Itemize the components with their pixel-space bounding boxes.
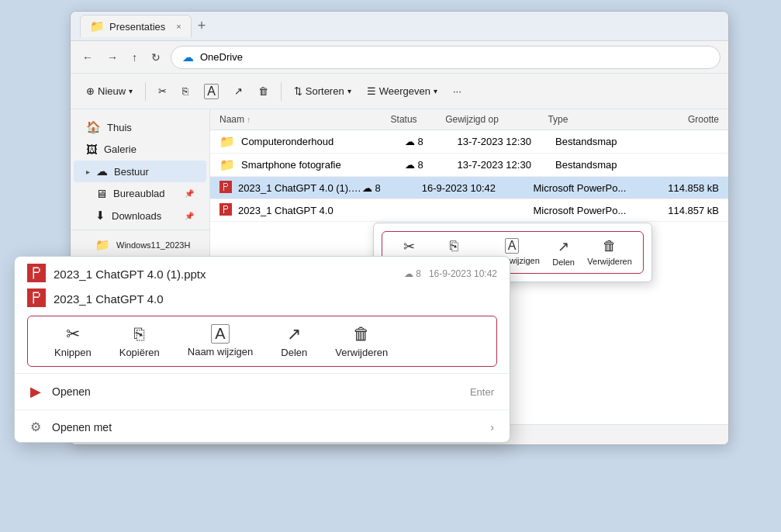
view-button[interactable]: ☰ Weergeven ▾	[361, 81, 444, 101]
new-icon: ⊕	[86, 85, 95, 97]
cloud-icon-sidebar: ☁	[96, 164, 108, 178]
ctx-lg-cut[interactable]: ✂ Knippen	[40, 320, 105, 363]
ctx-large-file-row-1: 🅿 2023_1 ChatGPT 4.0 (1).pptx ☁ 8 16-9-2…	[27, 263, 497, 285]
ctx-lg-delete-icon: 🗑	[353, 324, 370, 344]
ctx-large-toolbar: ✂ Knippen ⎘ Kopiëren A Naam wijzigen ↗ D…	[27, 316, 497, 367]
ctx-lg-share[interactable]: ↗ Delen	[267, 320, 321, 363]
ctx-open-row[interactable]: ▶ Openen Enter	[15, 375, 510, 408]
copy-button[interactable]: ⎘	[176, 81, 195, 101]
ctx-large-files: 🅿 2023_1 ChatGPT 4.0 (1).pptx ☁ 8 16-9-2…	[15, 257, 510, 313]
ctx-share-label: Delen	[552, 257, 575, 267]
sidebar-item-bureaublad[interactable]: 🖥 Bureaublad 📌	[74, 183, 206, 204]
file-type-3: Microsoft PowerPo...	[533, 182, 644, 194]
ctx-rename-icon: A	[505, 238, 520, 254]
ctx-divider-2	[15, 409, 510, 410]
more-button[interactable]: ···	[447, 81, 468, 101]
share-button[interactable]: ↗	[228, 81, 249, 101]
col-size-label: Grootte	[688, 114, 719, 125]
ctx-lg-rename-label: Naam wijzigen	[188, 346, 254, 358]
pin-icon-bureaublad: 📌	[185, 189, 194, 198]
sort-icon: ⇅	[294, 85, 302, 97]
download-icon: ⬇	[95, 209, 105, 223]
ctx-open-with-icon: ⚙	[30, 420, 41, 434]
ctx-large-filename-1: 2023_1 ChatGPT 4.0 (1).pptx	[54, 268, 206, 281]
ctx-large-filename-2: 2023_1 ChatGPT 4.0	[54, 292, 164, 306]
delete-button[interactable]: 🗑	[252, 81, 275, 101]
ctx-lg-copy[interactable]: ⎘ Kopiëren	[105, 320, 174, 363]
back-button[interactable]: ←	[78, 48, 97, 67]
ctx-lg-rename[interactable]: A Naam wijzigen	[174, 320, 268, 363]
file-list-header: Naam ↑ Status Gewijzigd op Type Grootte	[210, 109, 728, 130]
col-status-header[interactable]: Status	[391, 114, 446, 125]
home-icon: 🏠	[86, 120, 101, 134]
ctx-open-shortcut: Enter	[470, 386, 494, 398]
tab-close-button[interactable]: ×	[176, 22, 181, 31]
desktop-icon: 🖥	[95, 187, 107, 200]
sort-dropdown-icon: ▾	[347, 87, 351, 95]
title-bar: 📁 Presentaties × +	[71, 12, 728, 41]
address-field[interactable]: ☁ OneDrive	[171, 46, 721, 69]
tab-title: Presentaties	[109, 21, 165, 33]
refresh-button[interactable]: ↻	[147, 48, 164, 67]
col-size-header[interactable]: Grootte	[651, 114, 719, 125]
windows-folder-icon: 📁	[95, 238, 110, 252]
col-name-header[interactable]: Naam ↑	[219, 114, 391, 125]
ctx-large-file-row-2: 🅿 2023_1 ChatGPT 4.0	[27, 288, 497, 309]
col-modified-header[interactable]: Gewijzigd op	[445, 114, 548, 125]
ctx-share-item[interactable]: ↗ Delen	[546, 235, 581, 270]
toolbar-sep-1	[145, 82, 146, 101]
folder-tab-icon: 📁	[90, 19, 105, 33]
sidebar-item-windows[interactable]: 📁 Windows11_2023H	[74, 234, 206, 256]
title-tab[interactable]: 📁 Presentaties ×	[80, 15, 192, 37]
sidebar-label-thuis: Thuis	[107, 122, 132, 133]
cloud-icon: ☁	[182, 50, 194, 64]
file-status-2: ☁ 8	[405, 159, 458, 171]
table-row[interactable]: 🅿 2023_1 ChatGPT 4.0 (1).pptx ☁ 8 16-9-2…	[210, 177, 728, 199]
ctx-open-label: Openen	[52, 385, 459, 398]
cut-button[interactable]: ✂	[152, 81, 173, 101]
ctx-lg-delete[interactable]: 🗑 Verwijderen	[321, 320, 402, 363]
tab-add-button[interactable]: +	[198, 18, 206, 34]
sidebar-item-downloads[interactable]: ⬇ Downloads 📌	[74, 205, 206, 226]
table-row[interactable]: 📁 Computeronderhoud ☁ 8 13-7-2023 12:30 …	[210, 130, 728, 154]
view-dropdown-icon: ▾	[434, 87, 437, 95]
address-text: OneDrive	[200, 51, 243, 63]
col-modified-label: Gewijzigd op	[445, 114, 499, 125]
ctx-open-with-row[interactable]: ⚙ Openen met ›	[15, 412, 510, 442]
sidebar-item-galerie[interactable]: 🖼 Galerie	[74, 139, 206, 160]
table-row[interactable]: 🅿 2023_1 ChatGPT 4.0 Microsoft PowerPo..…	[210, 199, 728, 222]
table-row[interactable]: 📁 Smartphone fotografie ☁ 8 13-7-2023 12…	[210, 154, 728, 177]
new-button[interactable]: ⊕ Nieuw ▾	[80, 81, 139, 101]
col-type-label: Type	[548, 114, 568, 125]
view-label: Weergeven	[379, 85, 430, 97]
folder-icon-2: 📁	[219, 157, 235, 172]
ctx-share-icon: ↗	[558, 238, 569, 255]
ctx-cut-icon: ✂	[403, 238, 415, 255]
rename-button[interactable]: A	[198, 80, 225, 103]
ctx-delete-item[interactable]: 🗑 Verwijderen	[581, 235, 638, 270]
file-type-2: Bestandsmap	[555, 159, 654, 171]
pptx-icon-ctx-2: 🅿	[27, 288, 46, 309]
toolbar: ⊕ Nieuw ▾ ✂ ⎘ A ↗ 🗑 ⇅ Sorteren ▾ ☰ Weerg…	[71, 74, 728, 109]
pin-icon-downloads: 📌	[185, 212, 194, 220]
file-modified-1: 13-7-2023 12:30	[457, 136, 555, 147]
more-icon: ···	[453, 85, 461, 97]
sidebar-item-thuis[interactable]: 🏠 Thuis	[74, 116, 206, 138]
col-name-label: Naam	[219, 114, 244, 125]
ctx-delete-icon: 🗑	[603, 238, 617, 254]
up-button[interactable]: ↑	[128, 48, 141, 67]
sidebar-item-bestuur[interactable]: ▸ ☁ Bestuur	[74, 161, 206, 182]
file-type-1: Bestandsmap	[555, 136, 654, 147]
ctx-divider-1	[15, 373, 510, 374]
sort-label: Sorteren	[306, 85, 344, 97]
sidebar-footer: 📁 Windows11_2023H	[71, 230, 209, 256]
file-name-2: Smartphone fotografie	[241, 159, 405, 171]
sort-button[interactable]: ⇅ Sorteren ▾	[288, 81, 358, 101]
pptx-icon-4: 🅿	[219, 203, 232, 217]
ctx-lg-share-icon: ↗	[287, 324, 301, 344]
sidebar-label-bestuur: Bestuur	[114, 166, 149, 178]
col-type-header[interactable]: Type	[548, 114, 650, 125]
expand-arrow-bestuur: ▸	[86, 168, 90, 176]
forward-button[interactable]: →	[103, 48, 122, 67]
ctx-delete-label: Verwijderen	[587, 257, 631, 266]
